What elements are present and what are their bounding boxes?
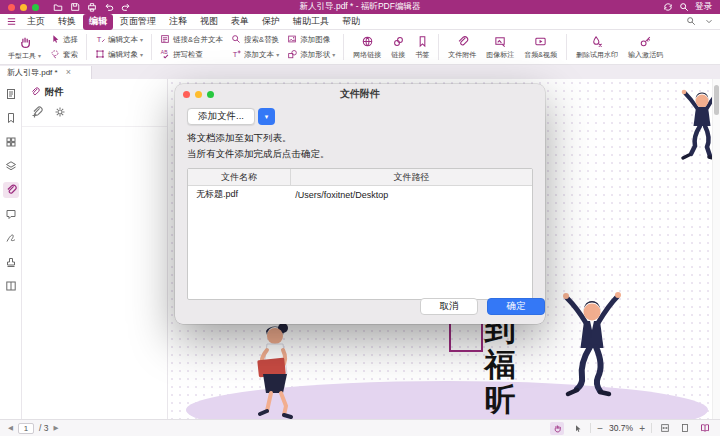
window-controls bbox=[8, 4, 39, 11]
watermark-icon bbox=[590, 35, 603, 50]
lasso-tool-button[interactable]: 套索 bbox=[47, 49, 81, 61]
dialog-titlebar: 文件附件 bbox=[175, 84, 545, 104]
page-number-input[interactable]: 1 bbox=[18, 423, 34, 434]
file-menu-icon[interactable] bbox=[6, 16, 17, 27]
spell-check-button[interactable]: AB 拼写检查 bbox=[157, 49, 226, 61]
file-path-cell: /Users/foxitnet/Desktop bbox=[291, 190, 532, 200]
status-select-tool-icon[interactable] bbox=[570, 422, 584, 435]
dialog-body: 添加文件... ▾ 将文档添加至如下列表。 当所有文件添加完成后点击确定。 文件… bbox=[175, 104, 545, 324]
toolbar-divider bbox=[151, 34, 152, 60]
menu-tab-form[interactable]: 表单 bbox=[225, 14, 255, 30]
menu-tab-edit[interactable]: 编辑 bbox=[83, 14, 113, 30]
spell-check-icon: AB bbox=[160, 49, 170, 61]
document-tabbar: 新人引导.pdf * × bbox=[0, 65, 720, 79]
zoom-out-icon[interactable]: − bbox=[597, 423, 603, 434]
menu-tab-accessibility[interactable]: 辅助工具 bbox=[287, 14, 335, 30]
zoom-in-icon[interactable]: + bbox=[639, 423, 645, 434]
column-header-file-name[interactable]: 文件名称 bbox=[188, 169, 291, 185]
maximize-window-button[interactable] bbox=[32, 4, 39, 11]
status-hand-tool-icon[interactable] bbox=[550, 422, 564, 435]
open-file-icon[interactable] bbox=[53, 2, 63, 12]
svg-text:AB: AB bbox=[161, 49, 168, 55]
fit-page-icon[interactable] bbox=[678, 422, 692, 435]
search-icon[interactable] bbox=[679, 2, 689, 12]
search-replace-icon bbox=[231, 34, 241, 46]
cancel-button[interactable]: 取消 bbox=[420, 298, 478, 315]
tab-close-icon[interactable]: × bbox=[66, 68, 71, 77]
document-tab[interactable]: 新人引导.pdf * × bbox=[0, 66, 92, 79]
thumbnails-panel-icon[interactable] bbox=[3, 134, 19, 150]
enter-activation-code-button[interactable]: 输入激活码 bbox=[624, 34, 667, 60]
dialog-instruction-line1: 将文档添加至如下列表。 bbox=[187, 132, 533, 145]
layers-panel-icon[interactable] bbox=[3, 158, 19, 174]
chevron-down-icon: ▾ bbox=[265, 113, 269, 121]
add-text-button[interactable]: T 添加文本 ▾ bbox=[228, 49, 282, 61]
vertical-scrollbar[interactable] bbox=[712, 79, 720, 419]
stamp-panel-icon[interactable] bbox=[3, 254, 19, 270]
save-icon[interactable] bbox=[70, 2, 80, 12]
attachment-file-table: 文件名称 文件路径 无标题.pdf /Users/foxitnet/Deskto… bbox=[187, 168, 533, 300]
comments-panel-icon[interactable] bbox=[3, 206, 19, 222]
fit-width-icon[interactable] bbox=[658, 422, 672, 435]
menu-tab-home[interactable]: 主页 bbox=[21, 14, 51, 30]
ok-button[interactable]: 确定 bbox=[487, 298, 545, 315]
toolbar-divider bbox=[343, 34, 344, 60]
add-files-dropdown-button[interactable]: ▾ bbox=[258, 108, 275, 125]
attachments-panel-toolbar bbox=[22, 103, 167, 127]
navigation-icon-strip bbox=[0, 79, 22, 419]
print-icon[interactable] bbox=[87, 2, 97, 12]
bookmark-button[interactable]: 书签 bbox=[411, 34, 433, 60]
audio-video-button[interactable]: 音频&视频 bbox=[520, 34, 561, 60]
menu-tab-protect[interactable]: 保护 bbox=[256, 14, 286, 30]
add-attachment-icon[interactable] bbox=[31, 106, 43, 120]
search-replace-button[interactable]: 搜索&替换 bbox=[228, 34, 282, 46]
web-link-button[interactable]: 网络链接 bbox=[349, 34, 385, 60]
paperclip-icon bbox=[456, 35, 469, 50]
minimize-window-button[interactable] bbox=[20, 4, 27, 11]
file-attachment-button[interactable]: 文件附件 bbox=[444, 34, 480, 60]
menu-tab-help[interactable]: 帮助 bbox=[336, 14, 366, 30]
link-button[interactable]: 链接 bbox=[387, 34, 409, 60]
attachments-panel-icon[interactable] bbox=[3, 182, 19, 198]
menu-tab-page-manage[interactable]: 页面管理 bbox=[114, 14, 162, 30]
zoom-level-value[interactable]: 30.7% bbox=[609, 423, 633, 433]
close-window-button[interactable] bbox=[8, 4, 15, 11]
image-annotation-button[interactable]: 图像标注 bbox=[482, 34, 518, 60]
dialog-instruction-line2: 当所有文件添加完成后点击确定。 bbox=[187, 148, 533, 161]
add-image-button[interactable]: 添加图像 bbox=[284, 34, 338, 46]
collapse-ribbon-icon[interactable] bbox=[704, 16, 714, 28]
menu-tab-comment[interactable]: 注释 bbox=[163, 14, 193, 30]
link-merge-text-button[interactable]: 链接&合并文本 bbox=[157, 34, 226, 46]
login-button[interactable]: 登录 bbox=[695, 1, 712, 13]
menu-tab-convert[interactable]: 转换 bbox=[52, 14, 82, 30]
column-header-file-path[interactable]: 文件路径 bbox=[291, 169, 532, 185]
attachment-settings-icon[interactable] bbox=[54, 106, 66, 120]
undo-icon[interactable] bbox=[104, 2, 114, 12]
add-text-icon: T bbox=[231, 49, 241, 61]
toolbar-divider bbox=[566, 34, 567, 60]
table-row[interactable]: 无标题.pdf /Users/foxitnet/Desktop bbox=[188, 186, 532, 203]
select-cursor-icon bbox=[50, 34, 60, 46]
next-page-icon[interactable]: ▶ bbox=[53, 424, 58, 432]
split-view-icon[interactable] bbox=[3, 278, 19, 294]
prev-page-icon[interactable]: ◀ bbox=[8, 424, 13, 432]
add-files-button[interactable]: 添加文件... bbox=[187, 108, 255, 125]
bookmarks-panel-icon[interactable] bbox=[3, 110, 19, 126]
hand-tool-button[interactable]: 手型工具 ▾ bbox=[4, 33, 45, 61]
scrollbar-thumb[interactable] bbox=[714, 85, 719, 115]
audio-video-icon bbox=[534, 35, 547, 50]
titlebar-right: 登录 bbox=[663, 1, 712, 13]
reading-mode-icon[interactable] bbox=[698, 422, 712, 435]
find-icon[interactable] bbox=[686, 16, 696, 28]
add-shape-icon bbox=[287, 49, 297, 61]
sync-icon[interactable] bbox=[663, 2, 673, 12]
page-panel-icon[interactable] bbox=[3, 86, 19, 102]
remove-trial-watermark-button[interactable]: 删除试用水印 bbox=[572, 34, 622, 60]
menu-tab-view[interactable]: 视图 bbox=[194, 14, 224, 30]
edit-text-button[interactable]: T 编辑文本 ▾ bbox=[92, 34, 146, 46]
add-shape-button[interactable]: 添加形状 ▾ bbox=[284, 49, 338, 61]
lasso-icon bbox=[50, 49, 60, 61]
select-tool-button[interactable]: 选择 bbox=[47, 34, 81, 46]
signature-panel-icon[interactable] bbox=[3, 230, 19, 246]
edit-object-button[interactable]: 编辑对象 ▾ bbox=[92, 49, 146, 61]
